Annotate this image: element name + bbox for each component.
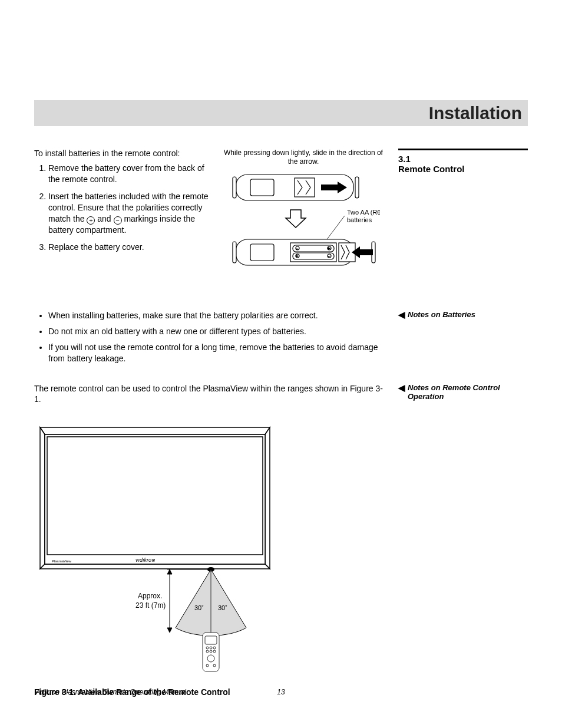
svg-text:+: +: [328, 246, 330, 251]
chapter-title: Installation: [429, 103, 522, 123]
svg-point-39: [206, 650, 209, 653]
intro-text: To install batteries in the remote contr…: [34, 149, 211, 158]
svg-marker-25: [40, 427, 45, 569]
svg-point-40: [210, 650, 212, 653]
step-1: Remove the battery cover from the back o…: [48, 163, 211, 185]
side-note-operation: ◀ Notes on Remote Control Operation: [398, 383, 528, 401]
plus-icon: +: [87, 216, 95, 225]
angle-left: 30˚: [194, 604, 204, 611]
svg-text:+: +: [296, 254, 298, 258]
step-2-mid: and: [95, 214, 113, 223]
operation-row: The remote control can be used to contro…: [34, 383, 528, 406]
battery-note-1: When installing batteries, make sure tha…: [48, 310, 386, 321]
slide-caption: While pressing down lightly, slide in th…: [220, 149, 386, 166]
svg-point-42: [207, 655, 214, 662]
battery-notes-row: When installing batteries, make sure tha…: [34, 310, 528, 369]
operation-text: The remote control can be used to contro…: [34, 383, 386, 406]
footer-page: 13: [269, 688, 293, 696]
chapter-title-bar: Installation: [34, 100, 528, 126]
remote-battery-illustration: Two AA (R6) batteries - + +: [227, 169, 380, 286]
side-note-operation-text: Notes on Remote Control Operation: [408, 383, 500, 401]
step-2: Insert the batteries included with the r…: [48, 191, 211, 236]
battery-diagram: While pressing down lightly, slide in th…: [220, 149, 386, 286]
side-note-batteries-text: Notes on Batteries: [408, 310, 475, 319]
battery-label-2: batteries: [347, 216, 372, 223]
battery-note-2: Do not mix an old battery with a new one…: [48, 326, 386, 337]
section-rule: [398, 149, 528, 150]
minus-icon: −: [114, 216, 122, 225]
tv-model: PlasmaView: [52, 559, 72, 563]
footer-title: Vidikron PlasmaView Owner's Operating Ma…: [34, 688, 269, 696]
svg-rect-8: [233, 242, 236, 263]
side-note-op-line2: Operation: [408, 392, 444, 401]
svg-point-37: [210, 647, 212, 649]
svg-rect-5: [321, 185, 338, 190]
page-footer: Vidikron PlasmaView Owner's Operating Ma…: [34, 688, 528, 696]
svg-rect-35: [205, 636, 217, 644]
install-steps: Remove the battery cover from the back o…: [34, 163, 211, 253]
svg-rect-10: [250, 244, 274, 261]
svg-point-44: [213, 664, 216, 667]
svg-point-38: [213, 647, 216, 649]
triangle-left-icon: ◀: [398, 383, 405, 392]
section-number: 3.1: [398, 154, 528, 164]
step-3: Replace the battery cover.: [48, 242, 211, 253]
battery-notes-list: When installing batteries, make sure tha…: [34, 310, 386, 369]
svg-rect-29: [47, 437, 263, 555]
svg-point-36: [206, 647, 209, 649]
side-note-batteries: ◀ Notes on Batteries: [398, 310, 528, 319]
svg-rect-1: [233, 177, 236, 198]
distance-label-1: Approx.: [138, 592, 162, 600]
angle-right: 30˚: [218, 604, 227, 611]
svg-point-41: [213, 650, 216, 653]
svg-marker-27: [40, 564, 270, 569]
svg-rect-3: [250, 179, 274, 196]
svg-point-43: [206, 664, 209, 667]
side-note-op-line1: Notes on Remote Control: [408, 383, 500, 392]
battery-note-3: If you will not use the remote control f…: [48, 342, 386, 364]
remote-range-illustration: vıdıkroɴ PlasmaView 30˚ 30˚ Approx. 23 f…: [34, 421, 282, 675]
section-title: Remote Control: [398, 164, 528, 174]
svg-rect-2: [355, 177, 359, 198]
svg-marker-26: [265, 427, 270, 569]
distance-label-2: 23 ft (7m): [135, 601, 166, 610]
svg-marker-24: [40, 427, 270, 434]
svg-rect-23: [360, 249, 373, 255]
figure-3-1: vıdıkroɴ PlasmaView 30˚ 30˚ Approx. 23 f…: [34, 421, 528, 697]
tv-brand: vıdıkroɴ: [135, 557, 156, 563]
content-row-1: To install batteries in the remote contr…: [34, 149, 528, 286]
triangle-left-icon: ◀: [398, 310, 405, 319]
battery-label-1: Two AA (R6): [347, 209, 380, 216]
